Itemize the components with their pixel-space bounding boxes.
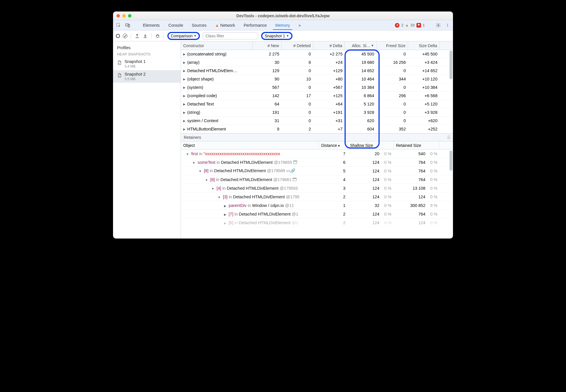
disclosure-triangle-icon[interactable]: ▶: [183, 61, 186, 64]
retainer-column-header[interactable]: Retained Size: [394, 141, 440, 149]
tab-elements[interactable]: Elements: [141, 22, 162, 29]
grid-row[interactable]: ▶(concatenated string) 2 275 0 +2 275 45…: [181, 50, 453, 58]
grid-row[interactable]: ▶system / Context 31 0 +31 620 0 +620: [181, 117, 453, 125]
zoom-window-button[interactable]: [128, 14, 131, 18]
cell-alloc: 604: [345, 127, 376, 131]
tab-network[interactable]: ▲ Network: [213, 22, 237, 29]
grid-row[interactable]: ▶(array) 30 6 +24 19 680 16 256 +3 424: [181, 58, 453, 67]
gc-icon[interactable]: [155, 33, 160, 39]
grid-row[interactable]: ▶Detached Text 64 0 +64 5 120 0 +5 120: [181, 100, 453, 108]
cell-new: 567: [253, 85, 282, 90]
disclosure-triangle-icon[interactable]: ▶: [183, 119, 186, 122]
scrollbar-thumb[interactable]: [450, 51, 452, 79]
tab-overflow[interactable]: »: [296, 22, 303, 29]
retainer-row[interactable]: ▼ [8] in Detached HTMLDivElement @179589…: [181, 167, 453, 175]
device-toolbar-icon[interactable]: [125, 23, 130, 28]
sidebar-snapshot-item[interactable]: % Snapshot 2 3.5 MB: [113, 70, 181, 83]
retainers-body[interactable]: ▼ first in "xxxxxxxxxxxxxxxxxxxxxxxxxxxx…: [181, 149, 453, 239]
disclosure-triangle-icon[interactable]: ▼: [218, 196, 221, 199]
snapshot-file-icon: %: [117, 72, 122, 78]
upload-icon[interactable]: [135, 33, 140, 39]
cell-freed: 352: [376, 127, 408, 131]
disclosure-triangle-icon[interactable]: ▶: [224, 204, 226, 207]
retainer-row[interactable]: ▶ [7] in Detached HTMLDivElement @1 2 12…: [181, 210, 453, 218]
disclosure-triangle-icon[interactable]: ▶: [183, 103, 186, 106]
settings-icon[interactable]: [436, 23, 441, 28]
more-options-icon[interactable]: [445, 23, 450, 28]
class-filter-input[interactable]: [203, 32, 258, 39]
retainer-shallow: 1240 %: [348, 169, 394, 173]
grid-row[interactable]: ▶(string) 191 0 +191 3 928 0 +3 928: [181, 108, 453, 117]
sort-asc-icon: ▲: [337, 144, 340, 147]
grid-column-header[interactable]: # Deleted: [282, 41, 313, 50]
disclosure-triangle-icon[interactable]: ▶: [183, 94, 186, 97]
grid-row[interactable]: ▶(compiled code) 142 17 +125 6 864 296 +…: [181, 92, 453, 100]
retainer-row[interactable]: ▶ [6] in Detached HTMLDivElement @1 2 12…: [181, 218, 453, 227]
status-counters[interactable]: ✕ 2 ▲ 33 ⚑ 1: [395, 23, 425, 28]
disclosure-triangle-icon[interactable]: ▼: [205, 178, 208, 182]
disclosure-triangle-icon[interactable]: ▶: [183, 111, 186, 114]
grid-column-header[interactable]: Size Delta: [408, 41, 440, 50]
record-button[interactable]: [116, 34, 120, 38]
grid-row[interactable]: ▶HTMLButtonElement 9 2 +7 604 352 +252: [181, 125, 453, 133]
disclosure-triangle-icon[interactable]: ▼: [192, 161, 195, 164]
error-icon: ✕: [395, 23, 399, 28]
tab-performance[interactable]: Performance: [241, 22, 269, 29]
tab-memory[interactable]: Memory: [273, 22, 292, 30]
retainer-row[interactable]: ▶ parentDiv in Window / cdpn.io @11 1 32…: [181, 201, 453, 210]
grid-row[interactable]: ▶(system) 567 0 +567 10 384 0 +10 384: [181, 83, 453, 92]
disclosure-triangle-icon[interactable]: ▼: [186, 153, 189, 156]
download-icon[interactable]: [143, 33, 148, 39]
retainer-column-header[interactable]: Distance▲: [319, 141, 348, 149]
scrollbar-thumb[interactable]: [450, 151, 452, 171]
disclosure-triangle-icon[interactable]: ▼: [199, 170, 202, 173]
retainer-distance: 6: [319, 160, 348, 165]
cell-delta: +24: [313, 60, 345, 65]
retainer-row[interactable]: ▼ [8] in Detached HTMLDivElement @179661…: [181, 175, 453, 184]
cell-alloc: 10 464: [345, 77, 376, 81]
element-picker-icon[interactable]: [116, 23, 121, 28]
retainer-row[interactable]: ▼ [4] in Detached HTMLDivElement @179593…: [181, 184, 453, 193]
tab-console[interactable]: Console: [166, 22, 185, 29]
retainer-row[interactable]: ▼ someText in Detached HTMLDivElement @1…: [181, 158, 453, 167]
retainer-object: ▼ [4] in Detached HTMLDivElement @179593: [181, 186, 319, 191]
devtools-window: DevTools - codepen.io/web-dot-dev/live/L…: [113, 11, 453, 239]
disclosure-triangle-icon[interactable]: ▶: [183, 69, 186, 72]
tab-sources[interactable]: Sources: [190, 22, 209, 29]
disclosure-triangle-icon[interactable]: ▶: [183, 86, 186, 89]
traffic-lights: [116, 14, 131, 18]
retainer-column-header[interactable]: Shallow Size: [348, 141, 394, 149]
retainer-distance: 5: [319, 169, 348, 173]
retainers-menu-icon[interactable]: ☰: [447, 135, 450, 140]
retainer-shallow: 1240 %: [348, 212, 394, 216]
cell-new: 142: [253, 93, 282, 98]
retainer-row[interactable]: ▼ first in "xxxxxxxxxxxxxxxxxxxxxxxxxxxx…: [181, 149, 453, 158]
disclosure-triangle-icon[interactable]: ▶: [224, 213, 226, 216]
retainer-row[interactable]: ▼ [3] in Detached HTMLDivElement @1795 2…: [181, 193, 453, 201]
grid-column-header[interactable]: # New: [253, 41, 282, 50]
disclosure-triangle-icon[interactable]: ▶: [183, 53, 186, 56]
grid-row[interactable]: ▶(object shape) 90 10 +80 10 464 344 +10…: [181, 75, 453, 83]
clear-button[interactable]: [123, 34, 127, 38]
minimize-window-button[interactable]: [122, 14, 126, 18]
close-window-button[interactable]: [116, 14, 120, 18]
sort-desc-icon: ▼: [371, 44, 374, 47]
disclosure-triangle-icon[interactable]: ▶: [183, 128, 186, 131]
view-mode-select[interactable]: Comparison ▼: [167, 32, 200, 40]
disclosure-triangle-icon[interactable]: ▼: [211, 187, 214, 190]
disclosure-triangle-icon[interactable]: ▶: [183, 78, 186, 81]
retainer-column-header[interactable]: Object: [181, 141, 319, 149]
sidebar-snapshot-item[interactable]: % Snapshot 1 3.4 MB: [113, 57, 181, 70]
heap-snapshots-label: HEAP SNAPSHOTS: [113, 51, 181, 57]
cell-new: 90: [253, 77, 282, 81]
cell-alloc: 14 652: [345, 68, 376, 73]
grid-column-header[interactable]: # Delta: [313, 41, 345, 50]
baseline-select[interactable]: Snapshot 1 ▼: [261, 32, 292, 40]
grid-column-header[interactable]: Constructor: [181, 41, 253, 50]
grid-column-header[interactable]: Alloc. Si…▼: [345, 41, 376, 50]
disclosure-triangle-icon[interactable]: ▶: [224, 222, 226, 225]
grid-row[interactable]: ▶Detached HTMLDivElem… 129 0 +129 14 652…: [181, 67, 453, 75]
grid-column-header[interactable]: Freed Size: [376, 41, 408, 50]
retainer-distance: 3: [319, 186, 348, 191]
grid-body[interactable]: ▶(concatenated string) 2 275 0 +2 275 45…: [181, 50, 453, 133]
